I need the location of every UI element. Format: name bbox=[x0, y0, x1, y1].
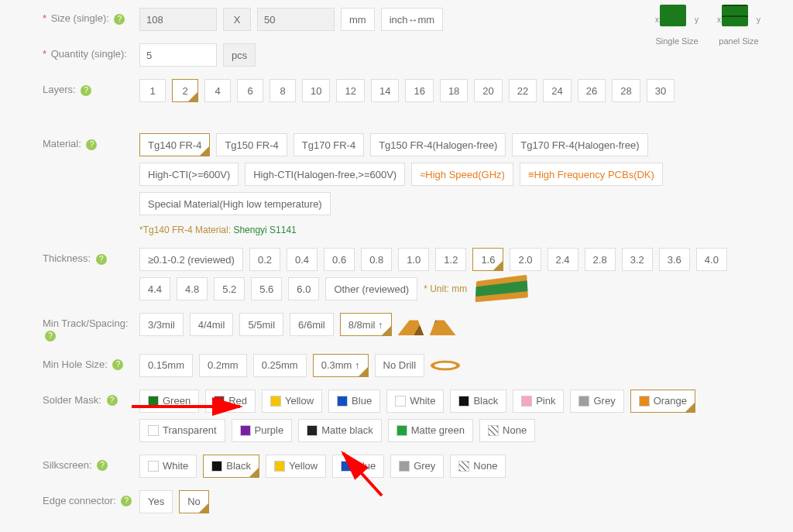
option-none[interactable]: None bbox=[450, 455, 506, 478]
option-18[interactable]: 18 bbox=[440, 79, 468, 102]
option-1-2[interactable]: 1.2 bbox=[435, 248, 466, 271]
dim-x-icon: x bbox=[655, 15, 659, 24]
option-other-reviewed-[interactable]: Other (reviewed) bbox=[325, 277, 417, 300]
option-4[interactable]: 4 bbox=[204, 79, 231, 102]
help-icon[interactable] bbox=[86, 139, 97, 150]
option-0-8[interactable]: 0.8 bbox=[361, 248, 392, 271]
option-14[interactable]: 14 bbox=[371, 79, 399, 102]
option-tg150-fr-4-halogen-free-[interactable]: Tg150 FR-4(Halogen-free) bbox=[370, 133, 506, 156]
option-0-4[interactable]: 0.4 bbox=[287, 248, 318, 271]
option-24[interactable]: 24 bbox=[543, 79, 571, 102]
option-0-2mm[interactable]: 0.2mm bbox=[199, 354, 247, 377]
option-blue[interactable]: Blue bbox=[332, 455, 384, 478]
option-yellow[interactable]: Yellow bbox=[266, 455, 326, 478]
option-blue[interactable]: Blue bbox=[328, 390, 380, 413]
thickness-unit-note: * Unit: mm bbox=[424, 283, 467, 294]
option-5-2[interactable]: 5.2 bbox=[214, 277, 245, 300]
material-note: *Tg140 FR-4 Material: Shengyi S1141 bbox=[139, 221, 697, 235]
option-yellow[interactable]: Yellow bbox=[262, 390, 322, 413]
option-8-8mil-[interactable]: 8/8mil ↑ bbox=[340, 313, 392, 336]
inch-mm-toggle[interactable]: inch↔mm bbox=[381, 8, 444, 31]
option-pink[interactable]: Pink bbox=[513, 390, 564, 413]
option-high-cti-600v-[interactable]: High-CTI(>=600V) bbox=[139, 163, 239, 186]
option-4-4[interactable]: 4.4 bbox=[139, 277, 170, 300]
option-white[interactable]: White bbox=[139, 455, 197, 478]
option--high-frequency-pcbs-dk-[interactable]: ≡High Frequency PCBs(DK) bbox=[520, 163, 663, 186]
option-2[interactable]: 2 bbox=[172, 79, 198, 102]
help-icon[interactable] bbox=[114, 14, 125, 25]
option-0-3mm-[interactable]: 0.3mm ↑ bbox=[313, 354, 369, 377]
option-2-8[interactable]: 2.8 bbox=[585, 248, 616, 271]
option-2-0[interactable]: 2.0 bbox=[510, 248, 541, 271]
option-6-6mil[interactable]: 6/6mil bbox=[290, 313, 334, 336]
option-matte-green[interactable]: Matte green bbox=[388, 419, 473, 442]
quantity-input[interactable] bbox=[139, 43, 217, 67]
option-5-6[interactable]: 5.6 bbox=[251, 277, 282, 300]
option-white[interactable]: White bbox=[386, 390, 444, 413]
color-swatch-icon bbox=[214, 396, 225, 407]
option-special-material-high-low-temperature-[interactable]: Special Material(High low temperature) bbox=[139, 192, 331, 215]
color-swatch-icon bbox=[270, 396, 281, 407]
option--high-speed-ghz-[interactable]: ≈High Speed(GHz) bbox=[411, 163, 513, 186]
option-5-5mil[interactable]: 5/5mil bbox=[239, 313, 283, 336]
option-4-0[interactable]: 4.0 bbox=[696, 248, 727, 271]
option-4-4mil[interactable]: 4/4mil bbox=[190, 313, 234, 336]
option-1[interactable]: 1 bbox=[139, 79, 166, 102]
option-purple[interactable]: Purple bbox=[232, 419, 293, 442]
option-matte-black[interactable]: Matte black bbox=[298, 419, 381, 442]
help-icon[interactable] bbox=[121, 496, 132, 506]
help-icon[interactable] bbox=[112, 359, 123, 370]
option-10[interactable]: 10 bbox=[302, 79, 330, 102]
option-3-3mil[interactable]: 3/3mil bbox=[139, 313, 184, 336]
option-1-6[interactable]: 1.6 bbox=[472, 248, 503, 271]
option-6-0[interactable]: 6.0 bbox=[288, 277, 319, 300]
help-icon[interactable] bbox=[97, 460, 108, 471]
quantity-unit: pcs bbox=[223, 43, 256, 67]
dim-y-icon: y bbox=[695, 15, 699, 24]
option-grey[interactable]: Grey bbox=[390, 455, 444, 478]
option-0-2[interactable]: 0.2 bbox=[249, 248, 280, 271]
option-0-6[interactable]: 0.6 bbox=[324, 248, 355, 271]
option-orange[interactable]: Orange bbox=[630, 390, 695, 413]
option-0-15mm[interactable]: 0.15mm bbox=[139, 354, 193, 377]
option-no[interactable]: No bbox=[179, 490, 209, 513]
option-6[interactable]: 6 bbox=[237, 79, 263, 102]
color-swatch-icon bbox=[395, 396, 406, 407]
option-black[interactable]: Black bbox=[450, 390, 506, 413]
help-icon[interactable] bbox=[81, 85, 91, 96]
option-2-4[interactable]: 2.4 bbox=[548, 248, 578, 271]
option-no-drill[interactable]: No Drill bbox=[375, 354, 425, 377]
option-20[interactable]: 20 bbox=[474, 79, 502, 102]
option-3-2[interactable]: 3.2 bbox=[622, 248, 653, 271]
option-30[interactable]: 30 bbox=[647, 79, 675, 102]
size-width-input[interactable] bbox=[139, 8, 217, 31]
option-tg140-fr-4[interactable]: Tg140 FR-4 bbox=[139, 133, 210, 156]
option-8[interactable]: 8 bbox=[269, 79, 296, 102]
option-transparent[interactable]: Transparent bbox=[139, 419, 225, 442]
help-icon[interactable] bbox=[96, 254, 107, 265]
option-yes[interactable]: Yes bbox=[139, 490, 173, 513]
help-icon[interactable] bbox=[45, 331, 56, 342]
option-tg150-fr-4[interactable]: Tg150 FR-4 bbox=[216, 133, 287, 156]
option-16[interactable]: 16 bbox=[405, 79, 433, 102]
option-3-6[interactable]: 3.6 bbox=[659, 248, 690, 271]
size-height-input[interactable] bbox=[257, 8, 335, 31]
option-red[interactable]: Red bbox=[205, 390, 256, 413]
option-black[interactable]: Black bbox=[203, 455, 259, 478]
option-none[interactable]: None bbox=[479, 419, 535, 442]
option-tg170-fr-4[interactable]: Tg170 FR-4 bbox=[294, 133, 364, 156]
option-1-0[interactable]: 1.0 bbox=[398, 248, 429, 271]
option-green[interactable]: Green bbox=[139, 390, 199, 413]
color-swatch-icon bbox=[337, 396, 348, 407]
option-28[interactable]: 28 bbox=[612, 79, 640, 102]
option-4-8[interactable]: 4.8 bbox=[177, 277, 208, 300]
option-tg170-fr-4-halogen-free-[interactable]: Tg170 FR-4(Halogen-free) bbox=[512, 133, 647, 156]
option-22[interactable]: 22 bbox=[509, 79, 537, 102]
option--0-1-0-2-reviewed-[interactable]: ≥0.1-0.2 (reviewed) bbox=[139, 248, 243, 271]
option-high-cti-halogen-free-600v-[interactable]: High-CTI(Halogen-free,>=600V) bbox=[245, 163, 405, 186]
option-26[interactable]: 26 bbox=[578, 79, 606, 102]
option-0-25mm[interactable]: 0.25mm bbox=[253, 354, 307, 377]
help-icon[interactable] bbox=[107, 395, 118, 406]
option-grey[interactable]: Grey bbox=[570, 390, 623, 413]
option-12[interactable]: 12 bbox=[336, 79, 364, 102]
